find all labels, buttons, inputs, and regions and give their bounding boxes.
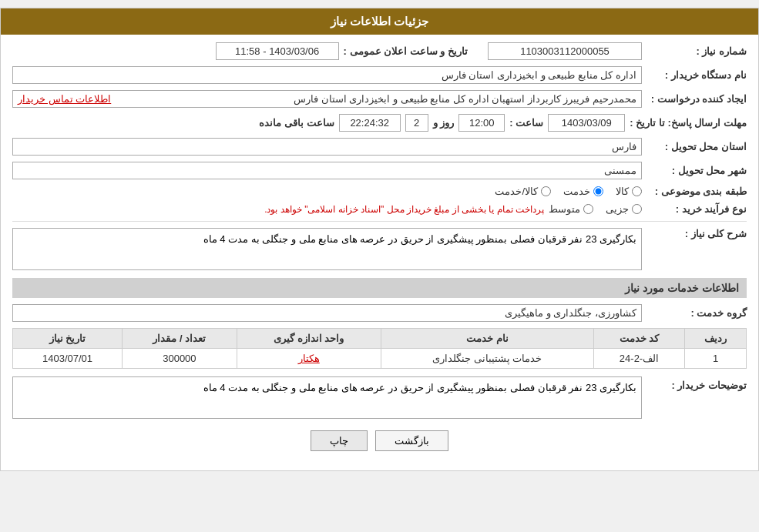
purchase-partial-label: جزیی: [606, 203, 629, 215]
deadline-date: 1403/03/09: [548, 114, 625, 132]
cell-name: خدمات پشتیبانی جنگلداری: [381, 349, 594, 369]
category-both-label: کالا/خدمت: [495, 186, 538, 197]
category-option-service[interactable]: خدمت: [563, 186, 603, 197]
table-row: 1 الف-2-24 خدمات پشتیبانی جنگلداری هکتار…: [13, 349, 747, 369]
purchase-medium-label: متوسط: [549, 203, 580, 215]
buyer-org-label: نام دستگاه خریدار :: [646, 69, 747, 81]
deadline-time: 12:00: [458, 114, 505, 132]
city-value: ممسنی: [12, 162, 642, 179]
col-unit: واحد اندازه گیری: [237, 329, 381, 349]
province-value: فارس: [12, 138, 642, 156]
buyer-desc-section: توضیحات خریدار :: [12, 376, 747, 419]
cell-code: الف-2-24: [593, 349, 685, 369]
city-label: شهر محل تحویل :: [646, 165, 747, 176]
category-radio-group: کالا خدمت کالا/خدمت: [495, 186, 642, 197]
cell-unit[interactable]: هکتار: [237, 349, 381, 369]
buyer-org-value: اداره کل منابع طبیعی و ابخیزداری استان ف…: [12, 66, 642, 84]
deadline-time-label: ساعت :: [509, 117, 543, 129]
purchase-medium[interactable]: متوسط: [549, 203, 593, 215]
page-title: جزئیات اطلاعات نیاز: [1, 8, 758, 35]
cell-date: 1403/07/01: [13, 349, 123, 369]
province-label: استان محل تحویل :: [646, 141, 747, 152]
services-title: اطلاعات خدمات مورد نیاز: [12, 278, 747, 298]
services-table: ردیف کد خدمت نام خدمت واحد اندازه گیری ت…: [12, 328, 747, 369]
purchase-type-radio-group: جزیی متوسط: [549, 203, 642, 215]
purchase-partial[interactable]: جزیی: [606, 203, 642, 215]
deadline-remaining-label: ساعت باقی مانده: [259, 117, 334, 129]
requester-label: ایجاد کننده درخواست :: [646, 93, 747, 105]
need-description-textarea[interactable]: [12, 228, 642, 270]
purchase-note: پرداخت تمام یا بخشی از مبلغ خریداز محل "…: [12, 204, 544, 215]
category-goods-label: کالا: [616, 186, 629, 197]
deadline-label: مهلت ارسال پاسخ: تا تاریخ :: [630, 117, 747, 129]
col-date: تاریخ نیاز: [13, 329, 123, 349]
category-option-goods[interactable]: کالا: [616, 186, 642, 197]
cell-quantity: 300000: [123, 349, 237, 369]
footer-buttons: بازگشت چاپ: [12, 430, 747, 451]
back-button[interactable]: بازگشت: [375, 430, 448, 451]
requester-value: محمدرحیم فریبرز کاربرداز استهبان اداره ک…: [294, 93, 636, 105]
col-row: ردیف: [685, 329, 747, 349]
col-code: کد خدمت: [593, 329, 685, 349]
category-service-label: خدمت: [563, 186, 590, 197]
category-label: طبقه بندی موضوعی :: [646, 186, 747, 197]
cell-row: 1: [685, 349, 747, 369]
deadline-remaining: 22:24:32: [339, 114, 401, 132]
deadline-days: 2: [405, 114, 428, 132]
requester-contact-link[interactable]: اطلاعات تماس خریدار: [18, 93, 111, 105]
need-number-label: شماره نیاز :: [646, 45, 747, 57]
col-quantity: تعداد / مقدار: [123, 329, 237, 349]
col-name: نام خدمت: [381, 329, 594, 349]
category-option-both[interactable]: کالا/خدمت: [495, 186, 551, 197]
announce-datetime-label: تاریخ و ساعت اعلان عمومی :: [344, 45, 468, 57]
announce-datetime-value: 1403/03/06 - 11:58: [216, 42, 339, 60]
buyer-desc-label: توضیحات خریدار :: [646, 376, 747, 391]
buyer-desc-textarea[interactable]: [12, 376, 642, 419]
purchase-type-label: نوع فرآیند خرید :: [646, 203, 747, 215]
need-description-label: شرح کلی نیاز :: [646, 228, 747, 239]
deadline-day-label: روز و: [433, 117, 455, 129]
need-number-value: 1103003112000055: [488, 42, 642, 60]
print-button[interactable]: چاپ: [311, 430, 368, 451]
service-group-label: گروه خدمت :: [646, 307, 747, 319]
service-group-value: کشاورزی، جنگلداری و ماهیگیری: [12, 304, 642, 322]
